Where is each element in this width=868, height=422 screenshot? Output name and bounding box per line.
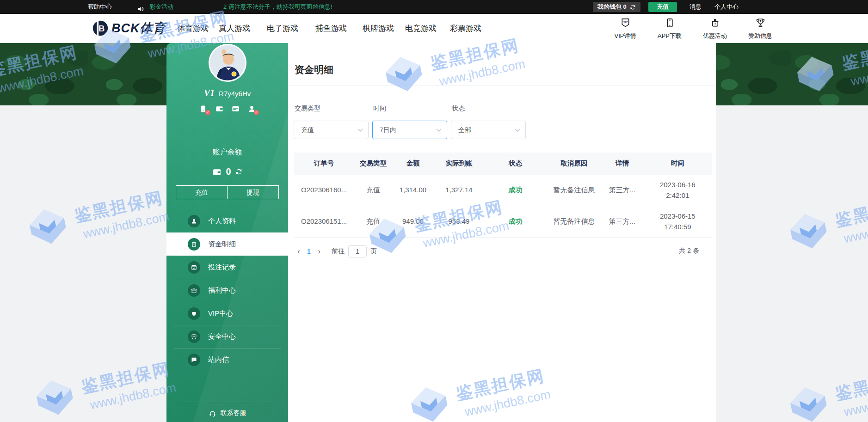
status-select[interactable]: 全部	[451, 121, 526, 139]
sidebar-item-4[interactable]: 福利中心	[166, 279, 288, 302]
logo-icon: B	[92, 19, 109, 37]
wallet-icon	[212, 167, 222, 177]
next-page-button[interactable]: ›	[314, 247, 324, 256]
column-header-6: 取消原因	[547, 159, 602, 169]
watermark-url: www.jhdb8.com	[843, 387, 868, 419]
table-row: O202306160...充值1,314.001,327.14成功暂无备注信息第…	[294, 175, 712, 206]
messages-link[interactable]: 消息	[689, 0, 702, 14]
site-logo[interactable]: B BCK体育	[92, 19, 166, 37]
table-row: O202306151...充值949.00958.49成功暂无备注信息第三方..…	[294, 206, 712, 238]
cell-2-4: 958.49	[434, 216, 484, 227]
time-range-value: 7日内	[380, 126, 396, 134]
quick-link-1[interactable]: VIPVIP详情	[608, 18, 643, 40]
nav-item-7[interactable]: 彩票游戏	[450, 14, 481, 43]
refresh-balance-icon[interactable]	[235, 168, 242, 175]
verified-badge-icon: ✓	[254, 110, 259, 115]
promo-box-icon	[710, 18, 720, 30]
sidebar-item-label: 投注记录	[208, 263, 236, 272]
prev-page-button[interactable]: ‹	[294, 247, 304, 256]
watermark-text: 鉴黑担保网www.jhdb8.com	[833, 190, 868, 247]
transaction-type-select[interactable]: 充值	[294, 121, 369, 139]
nav-item-1[interactable]: 体育游戏	[177, 14, 209, 43]
customer-service-label: 联系客服	[221, 409, 246, 417]
phone-small-icon[interactable]: ✓	[199, 104, 208, 113]
cell-1-3: 1,314.00	[392, 185, 434, 196]
bank-card-icon[interactable]	[231, 104, 240, 113]
cell-2-2: 充值	[354, 216, 392, 227]
sidebar-item-2[interactable]: 资金明细	[166, 232, 288, 256]
cell-1-2: 充值	[354, 185, 392, 196]
nav-item-5[interactable]: 棋牌游戏	[363, 14, 394, 43]
wallet-amount-label: 我的钱包 0	[597, 3, 627, 11]
watermark: 鉴黑担保网www.jhdb8.com	[783, 360, 868, 422]
customer-service-button[interactable]: 联系客服	[179, 402, 276, 417]
watermark-url: www.jhdb8.com	[843, 214, 868, 246]
watermark-logo-icon	[22, 202, 75, 257]
cell-2-7[interactable]: 第三方...	[601, 216, 643, 227]
watermark-brand: 鉴黑担保网	[833, 190, 868, 232]
nav-item-2[interactable]: 真人游戏	[219, 14, 250, 43]
sidebar-item-1[interactable]: 个人资料	[166, 209, 288, 232]
quick-link-3[interactable]: 优惠活动	[697, 18, 733, 40]
bet-record-icon	[188, 261, 200, 274]
sidebar-item-label: 福利中心	[208, 286, 236, 295]
column-header-2: 交易类型	[354, 159, 392, 169]
jackpot-activity-link[interactable]: 彩金活动	[149, 0, 173, 14]
goto-page-input[interactable]	[348, 245, 367, 257]
welfare-icon	[188, 284, 200, 297]
statement-icon	[188, 238, 200, 251]
watermark: 鉴黑担保网www.jhdb8.com	[22, 182, 171, 257]
avatar[interactable]	[209, 44, 246, 82]
balance-value: 0	[226, 166, 231, 177]
person-small-icon[interactable]: ✓	[247, 104, 256, 113]
nav-item-3[interactable]: 电子游戏	[267, 14, 298, 43]
wallet-small-icon[interactable]	[215, 104, 224, 113]
verified-badge-icon: ✓	[205, 110, 210, 115]
speaker-icon	[137, 4, 144, 11]
nav-item-6[interactable]: 电竞游戏	[405, 14, 437, 43]
watermark-text: 鉴黑担保网www.jhdb8.com	[833, 364, 868, 420]
filter-label-time: 时间	[373, 104, 386, 113]
quick-link-2[interactable]: APP下载	[652, 18, 687, 40]
svg-text:B: B	[98, 24, 105, 33]
time-range-select[interactable]: 7日内	[372, 121, 447, 139]
marquee-notice: 2 请注意不法分子，劫持我司页面的信息!	[223, 0, 332, 14]
page-title: 资金明细	[295, 63, 333, 76]
my-wallet-button[interactable]: 我的钱包 0	[593, 2, 640, 12]
sidebar-item-3[interactable]: 投注记录	[166, 256, 288, 279]
security-icon	[188, 330, 200, 343]
quick-link-label: 优惠活动	[703, 32, 727, 40]
current-page-button[interactable]: 1	[304, 248, 314, 255]
page-unit-label: 页	[370, 247, 377, 256]
pagination: ‹ 1 › 前往 页 共 2 条	[294, 245, 712, 258]
sidebar-item-6[interactable]: 安全中心	[166, 325, 288, 348]
topbar-recharge-button[interactable]: 充值	[648, 2, 677, 12]
divider	[180, 132, 274, 132]
sidebar-item-7[interactable]: 站内信	[166, 348, 288, 371]
mail-icon	[188, 354, 200, 366]
balance-title: 账户余额	[166, 147, 288, 157]
nav-item-4[interactable]: 捕鱼游戏	[315, 14, 347, 43]
help-center-link[interactable]: 帮助中心	[88, 0, 112, 14]
column-header-7: 详情	[601, 159, 643, 169]
watermark-url: www.jhdb8.com	[82, 209, 170, 241]
sidebar-item-label: 安全中心	[208, 332, 236, 341]
sidebar-item-5[interactable]: VIP中心	[166, 302, 288, 325]
headset-icon	[209, 410, 216, 417]
profile-center-link[interactable]: 个人中心	[714, 0, 739, 14]
filter-label-type: 交易类型	[295, 104, 320, 113]
sidebar-withdraw-button[interactable]: 提现	[227, 185, 279, 199]
quick-link-label: VIP详情	[615, 32, 636, 40]
vip-badge-icon: VIP	[620, 18, 631, 30]
cell-1-7[interactable]: 第三方...	[601, 185, 643, 196]
watermark-brand: 鉴黑担保网	[79, 357, 174, 398]
username: R7y4y6Hv	[219, 90, 251, 98]
quick-link-4[interactable]: 赞助信息	[743, 18, 778, 40]
divider	[288, 85, 716, 86]
chevron-down-icon	[436, 128, 442, 132]
sidebar-recharge-button[interactable]: 充值	[176, 185, 228, 199]
cell-1-1: O202306160...	[294, 185, 354, 196]
top-bar: 帮助中心 彩金活动 2 请注意不法分子，劫持我司页面的信息! 我的钱包 0 充值…	[0, 0, 868, 14]
vip-heart-icon	[188, 307, 200, 320]
sidebar-item-label: 站内信	[208, 355, 229, 364]
